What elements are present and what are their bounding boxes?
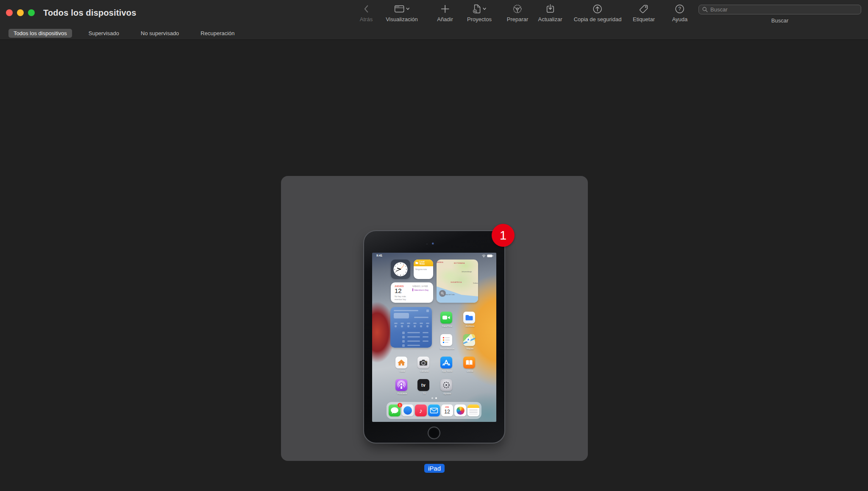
map-city-label: Johannesburgo <box>462 271 472 273</box>
messages-badge: 1 <box>398 403 402 407</box>
search-input[interactable] <box>710 6 857 13</box>
map-city-label: Durban <box>473 282 478 284</box>
notes-empty-text: Ninguna nota <box>414 266 433 273</box>
ipad-device-image[interactable]: 9:41 <box>363 230 505 444</box>
search-icon <box>441 292 444 295</box>
widget-decoration <box>423 340 428 342</box>
gear-icon <box>507 3 529 15</box>
map-region-label: SUDÁFRICA <box>451 281 462 283</box>
maps-widget: NAMIBIA BOTSWANA SUDÁFRICA Johannesburgo… <box>437 259 478 303</box>
back-chevron-icon <box>360 3 373 15</box>
calendar-upcoming-event: Valentine's Day <box>412 288 428 291</box>
widget-decoration <box>402 340 405 343</box>
document-plus-icon <box>473 4 481 14</box>
notes-icon-line <box>469 412 478 413</box>
safari-icon <box>402 405 414 416</box>
blue-list-widget <box>390 307 432 348</box>
app-label: Mapas <box>459 347 481 350</box>
notes-icon-header <box>467 405 479 408</box>
minimize-window-button[interactable] <box>17 9 24 16</box>
mail-icon <box>428 405 440 416</box>
notes-icon <box>467 405 479 416</box>
calendar-icon-day: 12 <box>441 409 453 415</box>
map-search-bubble <box>439 290 446 297</box>
widget-decoration <box>394 310 418 311</box>
projects-button[interactable]: Proyectos <box>467 3 492 22</box>
backup-button[interactable]: Copia de seguridad <box>574 3 622 22</box>
widget-decoration <box>407 345 420 346</box>
help-button[interactable]: ? Ayuda <box>672 3 688 22</box>
tab-todos-los-dispositivos[interactable]: Todos los dispositivos <box>8 29 72 38</box>
books-icon <box>463 357 475 368</box>
calendar-icon: JUE 12 <box>441 405 453 416</box>
zoom-window-button[interactable] <box>28 9 35 16</box>
chevron-down-icon <box>483 8 486 10</box>
devices-grid: 9:41 <box>0 40 868 491</box>
tv-app-icon: tv <box>417 379 429 391</box>
home-app-icon <box>395 357 407 368</box>
tab-no-supervisado[interactable]: No supervisado <box>136 29 184 38</box>
widget-decoration <box>402 332 405 334</box>
view-button[interactable]: Visualización <box>386 3 418 22</box>
notes-folder-title: Local Notas <box>420 261 425 265</box>
notes-icon-line <box>469 414 478 415</box>
tv-glyph: tv <box>421 383 426 388</box>
app-label: Casa <box>391 370 413 372</box>
prepare-button[interactable]: Preparar <box>507 3 529 22</box>
app-label: Podcasts <box>391 392 413 395</box>
calendar-upcoming-date: SÁBADO, 14 FEB <box>412 285 428 287</box>
calendar-empty-text: No hay más eventos hoy <box>395 295 412 301</box>
page-dot <box>431 397 433 399</box>
widget-decoration <box>401 325 403 327</box>
app-label: Archivos <box>459 325 481 327</box>
widget-decoration <box>426 325 428 327</box>
widget-decoration <box>407 323 410 324</box>
widget-decoration <box>402 336 405 338</box>
widget-decoration <box>414 325 416 327</box>
map-region-label: NAMIBIA <box>437 261 443 263</box>
widget-decoration <box>402 344 405 347</box>
ipad-home-screen: 9:41 <box>372 253 496 422</box>
search-field[interactable] <box>698 5 861 14</box>
folder-icon <box>415 262 418 264</box>
reminders-icon <box>440 334 452 346</box>
page-dot <box>435 397 437 399</box>
tab-recuperacion[interactable]: Recuperación <box>195 29 239 38</box>
app-label: Cámara <box>413 370 435 372</box>
settings-icon <box>440 379 452 391</box>
widget-decoration <box>426 323 429 324</box>
widget-decoration <box>413 323 417 324</box>
question-circle-icon: ? <box>672 3 688 15</box>
widget-decoration <box>423 332 428 333</box>
tab-supervisado[interactable]: Supervisado <box>83 29 124 38</box>
widget-decoration <box>395 325 397 327</box>
widget-decoration <box>407 336 420 338</box>
files-icon <box>463 312 475 324</box>
podcasts-icon <box>395 379 407 391</box>
facetime-icon <box>440 312 452 324</box>
calendar-icon-weekday: JUE <box>441 406 453 408</box>
app-label: FaceTime <box>436 325 458 327</box>
front-camera-dot <box>432 243 434 245</box>
app-label: Recordatorios <box>436 347 458 350</box>
svg-text:?: ? <box>679 6 682 12</box>
music-note-glyph: ♪ <box>419 407 423 414</box>
status-bar-time: 9:41 <box>376 254 382 257</box>
update-button[interactable]: Actualizar <box>538 3 562 22</box>
close-window-button[interactable] <box>6 9 13 16</box>
tag-icon <box>633 3 655 15</box>
clock-widget <box>391 259 410 279</box>
app-label: App Store <box>436 370 458 372</box>
add-button[interactable]: Añadir <box>437 3 453 22</box>
messages-icon: 1 <box>389 405 401 416</box>
widget-decoration <box>407 332 420 333</box>
back-button[interactable]: Atrás <box>360 3 373 22</box>
device-name-label[interactable]: iPad <box>424 464 445 473</box>
widget-decoration <box>407 325 409 327</box>
widget-decoration <box>414 317 428 318</box>
appstore-icon <box>440 357 452 368</box>
tag-button[interactable]: Etiquetar <box>633 3 655 22</box>
battery-icon <box>487 254 493 257</box>
widget-decoration <box>394 313 409 318</box>
dock: 1 ♪ <box>387 402 481 419</box>
